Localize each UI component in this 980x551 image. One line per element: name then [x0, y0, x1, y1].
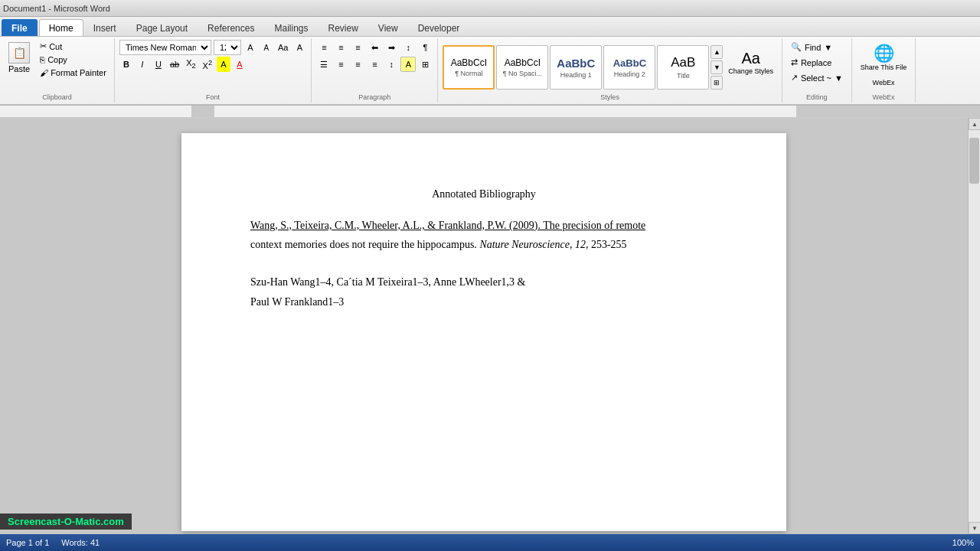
font-color-button[interactable]: A [233, 57, 247, 72]
shading-button[interactable]: A [400, 57, 416, 72]
tab-mailings[interactable]: Mailings [264, 19, 318, 36]
font-group: Times New Roman 12 A A Aa A B I U ab X2 … [115, 38, 312, 103]
shrink-icon: A [264, 44, 270, 52]
cut-button[interactable]: ✂ Cut [37, 40, 109, 53]
title-bar-text: Document1 - Microsoft Word [3, 4, 110, 13]
citation-1-line2: context memories does not require the hi… [250, 239, 479, 250]
document-title: Annotated Bibliography [250, 188, 717, 201]
watermark: Screencast-O-Matic.com [0, 514, 132, 530]
citation-1-underlined: Wang, S., Teixeira, C.M., Wheeler, A.L.,… [250, 220, 645, 231]
editing-label: Editing [806, 93, 828, 101]
shrink-font-button[interactable]: A [260, 40, 273, 55]
align-right-button[interactable]: ≡ [350, 57, 365, 72]
word-count: Words: 41 [61, 538, 100, 547]
style-heading1[interactable]: AaBbC Heading 1 [550, 45, 602, 90]
document-page: Annotated Bibliography Wang, S., Teixeir… [181, 133, 786, 531]
paste-label: Paste [8, 64, 30, 73]
change-styles-icon: Aa [741, 50, 760, 67]
find-button[interactable]: 🔍 Find ▼ [787, 40, 836, 54]
style-title[interactable]: AaB Title [657, 45, 709, 90]
document-scroll[interactable]: Annotated Bibliography Wang, S., Teixeir… [0, 118, 968, 534]
clear-format-button[interactable]: Aa [276, 40, 290, 55]
share-icon: 🌐 [861, 44, 906, 64]
scroll-down-arrow[interactable]: ▼ [969, 522, 980, 534]
ruler-content [191, 106, 980, 117]
editing-group: 🔍 Find ▼ ⇄ Replace ↗ Select ~ ▼ Editing [782, 38, 852, 103]
paragraph-group: ≡ ≡ ≡ ⬅ ➡ ↕ ¶ ☰ ≡ ≡ ≡ ↕ A ⊞ Paragraph [312, 38, 438, 103]
font-size-select[interactable]: 12 [214, 40, 241, 55]
style-heading2[interactable]: AaBbC Heading 2 [603, 45, 655, 90]
copy-label: Copy [47, 55, 67, 64]
scroll-track[interactable] [969, 130, 980, 522]
tab-view[interactable]: View [368, 19, 408, 36]
italic-button[interactable]: I [136, 57, 149, 72]
style-nospacing-label: ¶ No Spaci... [503, 70, 542, 77]
webex-button[interactable]: WebEx [869, 77, 899, 89]
change-styles-button[interactable]: Aa Change Styles [724, 40, 777, 84]
styles-expand[interactable]: ⊞ [710, 76, 723, 90]
text-effects-button[interactable]: A [292, 40, 306, 55]
justify-button[interactable]: ≡ [367, 57, 382, 72]
align-left-button[interactable]: ☰ [316, 57, 332, 72]
tab-review[interactable]: Review [318, 19, 368, 36]
style-heading1-label: Heading 1 [560, 71, 592, 79]
para-row-2: ☰ ≡ ≡ ≡ ↕ A ⊞ [316, 57, 433, 72]
tab-insert[interactable]: Insert [83, 19, 126, 36]
multilevel-button[interactable]: ≡ [350, 40, 365, 55]
vertical-scrollbar[interactable]: ▲ ▼ [968, 118, 980, 534]
show-marks-button[interactable]: ¶ [417, 40, 433, 55]
underline-button[interactable]: U [152, 57, 165, 72]
tab-developer[interactable]: Developer [408, 19, 470, 36]
style-normal[interactable]: AaBbCcI ¶ Normal [443, 45, 495, 90]
tab-home[interactable]: Home [39, 19, 83, 36]
line-spacing-button[interactable]: ↕ [384, 57, 399, 72]
highlight-button[interactable]: A [217, 57, 230, 72]
cut-icon: ✂ [40, 41, 47, 51]
styles-scroll: ▲ ▼ ⊞ [710, 45, 723, 90]
style-nospacing[interactable]: AaBbCcI ¶ No Spaci... [496, 45, 548, 90]
subscript-button[interactable]: X2 [184, 57, 198, 72]
tab-file[interactable]: File [2, 19, 38, 36]
bullets-button[interactable]: ≡ [316, 40, 332, 55]
styles-scroll-down[interactable]: ▼ [710, 60, 723, 74]
styles-scroll-up[interactable]: ▲ [710, 45, 723, 59]
style-heading2-text: AaBbC [613, 57, 646, 69]
format-painter-button[interactable]: 🖌 Format Painter [37, 67, 109, 79]
paragraph-label: Paragraph [358, 93, 390, 101]
share-button[interactable]: 🌐 Share This File [857, 40, 910, 75]
font-name-select[interactable]: Times New Roman [119, 40, 211, 55]
align-center-button[interactable]: ≡ [333, 57, 348, 72]
scroll-up-arrow[interactable]: ▲ [969, 118, 980, 130]
citation-1-italic: Nature Neuroscience, 12, [479, 239, 588, 250]
bold-button[interactable]: B [119, 57, 133, 72]
style-heading1-text: AaBbC [557, 57, 595, 70]
decrease-indent-button[interactable]: ⬅ [367, 40, 382, 55]
style-normal-label: ¶ Normal [455, 70, 482, 77]
replace-button[interactable]: ⇄ Replace [787, 55, 835, 70]
font-row-2: B I U ab X2 X2 A A [119, 57, 247, 72]
font-row-1: Times New Roman 12 A A Aa A [119, 40, 306, 55]
select-button[interactable]: ↗ Select ~ ▼ [787, 70, 847, 85]
paragraph-2: Szu-Han Wang1–4, Ca´tia M Teixeira1–3, A… [250, 272, 717, 311]
grow-font-button[interactable]: A [243, 40, 257, 55]
zoom-level: 100% [952, 538, 974, 547]
clipboard-small-buttons: ✂ Cut ⎘ Copy 🖌 Format Painter [37, 40, 109, 79]
copy-button[interactable]: ⎘ Copy [37, 54, 109, 66]
share-group-label: WebEx [873, 93, 895, 101]
sort-button[interactable]: ↕ [400, 40, 416, 55]
clipboard-label: Clipboard [42, 93, 72, 101]
increase-indent-button[interactable]: ➡ [384, 40, 399, 55]
find-label: Find [805, 43, 821, 52]
ribbon: 📋 Paste ✂ Cut ⎘ Copy 🖌 Format Painter [0, 37, 980, 106]
tab-pagelayout[interactable]: Page Layout [126, 19, 198, 36]
authors-line1: Szu-Han Wang1–4, Ca´tia M Teixeira1–3, A… [250, 276, 525, 288]
ruler [0, 106, 980, 118]
strikethrough-button[interactable]: ab [168, 57, 181, 72]
paste-button[interactable]: 📋 Paste [5, 40, 34, 79]
tab-references[interactable]: References [198, 19, 264, 36]
superscript-button[interactable]: X2 [201, 57, 214, 72]
citation-1-end: 253-255 [588, 239, 626, 250]
numbering-button[interactable]: ≡ [333, 40, 348, 55]
scroll-thumb[interactable] [969, 138, 979, 184]
borders-button[interactable]: ⊞ [417, 57, 433, 72]
